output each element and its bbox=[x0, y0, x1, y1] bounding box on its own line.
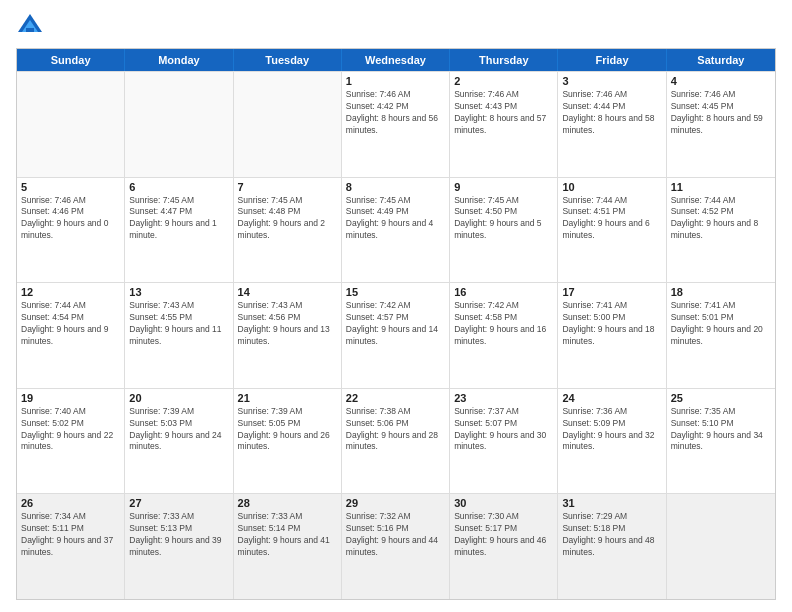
day-number: 24 bbox=[562, 392, 661, 404]
page-header bbox=[16, 12, 776, 40]
day-info: Sunrise: 7:42 AMSunset: 4:58 PMDaylight:… bbox=[454, 300, 553, 348]
day-info: Sunrise: 7:43 AMSunset: 4:55 PMDaylight:… bbox=[129, 300, 228, 348]
calendar-body: 1Sunrise: 7:46 AMSunset: 4:42 PMDaylight… bbox=[17, 71, 775, 599]
calendar-cell: 21Sunrise: 7:39 AMSunset: 5:05 PMDayligh… bbox=[234, 389, 342, 494]
day-info: Sunrise: 7:44 AMSunset: 4:52 PMDaylight:… bbox=[671, 195, 771, 243]
weekday-header: Thursday bbox=[450, 49, 558, 71]
logo-icon bbox=[16, 12, 44, 40]
calendar-row: 19Sunrise: 7:40 AMSunset: 5:02 PMDayligh… bbox=[17, 388, 775, 494]
day-number: 30 bbox=[454, 497, 553, 509]
day-number: 14 bbox=[238, 286, 337, 298]
day-number: 5 bbox=[21, 181, 120, 193]
svg-rect-2 bbox=[26, 28, 34, 32]
day-number: 28 bbox=[238, 497, 337, 509]
calendar: SundayMondayTuesdayWednesdayThursdayFrid… bbox=[16, 48, 776, 600]
day-info: Sunrise: 7:36 AMSunset: 5:09 PMDaylight:… bbox=[562, 406, 661, 454]
day-number: 27 bbox=[129, 497, 228, 509]
day-number: 25 bbox=[671, 392, 771, 404]
calendar-cell: 29Sunrise: 7:32 AMSunset: 5:16 PMDayligh… bbox=[342, 494, 450, 599]
weekday-header: Tuesday bbox=[234, 49, 342, 71]
day-info: Sunrise: 7:33 AMSunset: 5:14 PMDaylight:… bbox=[238, 511, 337, 559]
day-info: Sunrise: 7:45 AMSunset: 4:50 PMDaylight:… bbox=[454, 195, 553, 243]
calendar-cell: 28Sunrise: 7:33 AMSunset: 5:14 PMDayligh… bbox=[234, 494, 342, 599]
day-number: 8 bbox=[346, 181, 445, 193]
day-info: Sunrise: 7:46 AMSunset: 4:43 PMDaylight:… bbox=[454, 89, 553, 137]
calendar-cell: 23Sunrise: 7:37 AMSunset: 5:07 PMDayligh… bbox=[450, 389, 558, 494]
day-number: 9 bbox=[454, 181, 553, 193]
day-number: 22 bbox=[346, 392, 445, 404]
day-info: Sunrise: 7:45 AMSunset: 4:49 PMDaylight:… bbox=[346, 195, 445, 243]
calendar-cell: 30Sunrise: 7:30 AMSunset: 5:17 PMDayligh… bbox=[450, 494, 558, 599]
weekday-header: Saturday bbox=[667, 49, 775, 71]
calendar-cell bbox=[234, 72, 342, 177]
calendar-row: 26Sunrise: 7:34 AMSunset: 5:11 PMDayligh… bbox=[17, 493, 775, 599]
day-info: Sunrise: 7:44 AMSunset: 4:51 PMDaylight:… bbox=[562, 195, 661, 243]
day-info: Sunrise: 7:32 AMSunset: 5:16 PMDaylight:… bbox=[346, 511, 445, 559]
day-number: 17 bbox=[562, 286, 661, 298]
day-number: 16 bbox=[454, 286, 553, 298]
calendar-row: 5Sunrise: 7:46 AMSunset: 4:46 PMDaylight… bbox=[17, 177, 775, 283]
calendar-cell: 18Sunrise: 7:41 AMSunset: 5:01 PMDayligh… bbox=[667, 283, 775, 388]
day-number: 20 bbox=[129, 392, 228, 404]
day-info: Sunrise: 7:33 AMSunset: 5:13 PMDaylight:… bbox=[129, 511, 228, 559]
day-info: Sunrise: 7:39 AMSunset: 5:03 PMDaylight:… bbox=[129, 406, 228, 454]
calendar-cell: 3Sunrise: 7:46 AMSunset: 4:44 PMDaylight… bbox=[558, 72, 666, 177]
calendar-cell: 7Sunrise: 7:45 AMSunset: 4:48 PMDaylight… bbox=[234, 178, 342, 283]
day-info: Sunrise: 7:42 AMSunset: 4:57 PMDaylight:… bbox=[346, 300, 445, 348]
day-number: 6 bbox=[129, 181, 228, 193]
calendar-cell: 31Sunrise: 7:29 AMSunset: 5:18 PMDayligh… bbox=[558, 494, 666, 599]
day-number: 13 bbox=[129, 286, 228, 298]
day-number: 19 bbox=[21, 392, 120, 404]
day-info: Sunrise: 7:38 AMSunset: 5:06 PMDaylight:… bbox=[346, 406, 445, 454]
day-info: Sunrise: 7:46 AMSunset: 4:45 PMDaylight:… bbox=[671, 89, 771, 137]
day-number: 10 bbox=[562, 181, 661, 193]
calendar-cell: 6Sunrise: 7:45 AMSunset: 4:47 PMDaylight… bbox=[125, 178, 233, 283]
calendar-cell: 22Sunrise: 7:38 AMSunset: 5:06 PMDayligh… bbox=[342, 389, 450, 494]
calendar-row: 12Sunrise: 7:44 AMSunset: 4:54 PMDayligh… bbox=[17, 282, 775, 388]
calendar-cell: 14Sunrise: 7:43 AMSunset: 4:56 PMDayligh… bbox=[234, 283, 342, 388]
day-info: Sunrise: 7:46 AMSunset: 4:46 PMDaylight:… bbox=[21, 195, 120, 243]
day-number: 29 bbox=[346, 497, 445, 509]
calendar-cell: 19Sunrise: 7:40 AMSunset: 5:02 PMDayligh… bbox=[17, 389, 125, 494]
day-number: 26 bbox=[21, 497, 120, 509]
calendar-cell: 1Sunrise: 7:46 AMSunset: 4:42 PMDaylight… bbox=[342, 72, 450, 177]
calendar-cell: 20Sunrise: 7:39 AMSunset: 5:03 PMDayligh… bbox=[125, 389, 233, 494]
day-info: Sunrise: 7:41 AMSunset: 5:01 PMDaylight:… bbox=[671, 300, 771, 348]
calendar-cell: 15Sunrise: 7:42 AMSunset: 4:57 PMDayligh… bbox=[342, 283, 450, 388]
day-number: 7 bbox=[238, 181, 337, 193]
day-number: 11 bbox=[671, 181, 771, 193]
day-number: 3 bbox=[562, 75, 661, 87]
day-info: Sunrise: 7:34 AMSunset: 5:11 PMDaylight:… bbox=[21, 511, 120, 559]
calendar-cell: 12Sunrise: 7:44 AMSunset: 4:54 PMDayligh… bbox=[17, 283, 125, 388]
calendar-cell: 10Sunrise: 7:44 AMSunset: 4:51 PMDayligh… bbox=[558, 178, 666, 283]
day-info: Sunrise: 7:40 AMSunset: 5:02 PMDaylight:… bbox=[21, 406, 120, 454]
weekday-header: Monday bbox=[125, 49, 233, 71]
day-number: 21 bbox=[238, 392, 337, 404]
day-number: 18 bbox=[671, 286, 771, 298]
weekday-header: Wednesday bbox=[342, 49, 450, 71]
calendar-cell bbox=[125, 72, 233, 177]
logo bbox=[16, 12, 48, 40]
calendar-cell: 2Sunrise: 7:46 AMSunset: 4:43 PMDaylight… bbox=[450, 72, 558, 177]
calendar-cell bbox=[667, 494, 775, 599]
day-info: Sunrise: 7:37 AMSunset: 5:07 PMDaylight:… bbox=[454, 406, 553, 454]
calendar-cell: 24Sunrise: 7:36 AMSunset: 5:09 PMDayligh… bbox=[558, 389, 666, 494]
day-number: 12 bbox=[21, 286, 120, 298]
day-info: Sunrise: 7:46 AMSunset: 4:42 PMDaylight:… bbox=[346, 89, 445, 137]
weekday-header: Friday bbox=[558, 49, 666, 71]
day-info: Sunrise: 7:43 AMSunset: 4:56 PMDaylight:… bbox=[238, 300, 337, 348]
day-info: Sunrise: 7:45 AMSunset: 4:48 PMDaylight:… bbox=[238, 195, 337, 243]
day-number: 2 bbox=[454, 75, 553, 87]
day-number: 4 bbox=[671, 75, 771, 87]
day-info: Sunrise: 7:46 AMSunset: 4:44 PMDaylight:… bbox=[562, 89, 661, 137]
calendar-header: SundayMondayTuesdayWednesdayThursdayFrid… bbox=[17, 49, 775, 71]
day-info: Sunrise: 7:29 AMSunset: 5:18 PMDaylight:… bbox=[562, 511, 661, 559]
calendar-cell: 8Sunrise: 7:45 AMSunset: 4:49 PMDaylight… bbox=[342, 178, 450, 283]
day-info: Sunrise: 7:30 AMSunset: 5:17 PMDaylight:… bbox=[454, 511, 553, 559]
day-info: Sunrise: 7:41 AMSunset: 5:00 PMDaylight:… bbox=[562, 300, 661, 348]
day-info: Sunrise: 7:39 AMSunset: 5:05 PMDaylight:… bbox=[238, 406, 337, 454]
calendar-cell: 27Sunrise: 7:33 AMSunset: 5:13 PMDayligh… bbox=[125, 494, 233, 599]
calendar-cell: 9Sunrise: 7:45 AMSunset: 4:50 PMDaylight… bbox=[450, 178, 558, 283]
day-info: Sunrise: 7:35 AMSunset: 5:10 PMDaylight:… bbox=[671, 406, 771, 454]
calendar-cell: 13Sunrise: 7:43 AMSunset: 4:55 PMDayligh… bbox=[125, 283, 233, 388]
